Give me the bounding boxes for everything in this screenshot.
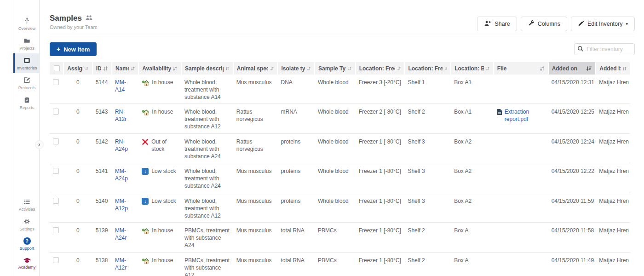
row-checkbox[interactable] — [53, 138, 59, 144]
column-header-added-by[interactable]: Added by — [596, 62, 630, 75]
clipboard-icon — [23, 96, 31, 104]
app-window: Overview Projects Inventories Protocols … — [0, 0, 644, 276]
item-name-link[interactable]: RN-A24p — [115, 138, 128, 152]
new-item-button[interactable]: + New item — [50, 42, 97, 56]
new-item-label: New item — [63, 46, 90, 53]
sidebar-item-label: Protocols — [18, 86, 36, 90]
file-cell-content: Extraction report.pdf — [497, 109, 545, 123]
sidebar-item-academy[interactable]: Academy — [13, 253, 39, 272]
edit-inventory-label: Edit Inventory — [587, 21, 622, 27]
sort-icon — [307, 66, 311, 71]
left-gutter — [0, 0, 13, 276]
cell-added-by: Matjaz Hren — [596, 133, 630, 163]
sidebar-item-projects[interactable]: Projects — [13, 34, 39, 53]
sort-icon — [622, 66, 627, 71]
item-name-link[interactable]: MM-A24p — [115, 168, 128, 182]
cell-assigned: 0 — [63, 75, 92, 104]
table-body: 0 5144 MM-A14 ↓ In house Whole — [50, 75, 630, 276]
sidebar-item-settings[interactable]: Settings — [13, 214, 39, 234]
file-cell — [494, 252, 548, 276]
cell-animal-species: Mus musculus — [233, 75, 278, 104]
sidebar-item-protocols[interactable]: Protocols — [13, 73, 39, 93]
low-stock-icon: ↓ — [142, 168, 149, 175]
cell-isolate-type: total RNA — [277, 252, 315, 276]
column-header-location-freezer[interactable]: Location: Freezer — [356, 62, 405, 75]
row-checkbox[interactable] — [53, 198, 59, 204]
sort-icon — [444, 66, 447, 71]
cell-freezer: Freezer 1 [-80°C] — [356, 133, 405, 163]
item-name-link[interactable]: MM-A24r — [115, 227, 126, 241]
cell-description: Whole blood, treatment with substance A1… — [181, 75, 233, 104]
column-header-availability[interactable]: Availability — [138, 62, 181, 75]
cell-id: 5142 — [92, 133, 112, 163]
item-name-link[interactable]: MM-A12r — [115, 257, 126, 271]
sidebar-item-label: Academy — [18, 265, 36, 270]
cell-animal-species: Mus musculus — [233, 223, 278, 252]
availability-badge: ↓ Low stock — [142, 198, 178, 205]
column-header-isolate-type[interactable]: Isolate type — [277, 62, 315, 75]
cell-added-on: 04/15/2020 12:25 — [548, 104, 596, 133]
sidebar-item-activities[interactable]: Activities — [13, 195, 39, 214]
availability-badge: ↓ In house — [142, 257, 178, 267]
cell-added-by: Matjaz Hren — [596, 193, 630, 222]
item-name-link[interactable]: MM-A14 — [115, 79, 126, 93]
sort-icon — [348, 66, 351, 71]
sort-icon — [270, 66, 274, 71]
cell-description: Whole blood, treatment with substance A1… — [181, 193, 233, 222]
sidebar-item-label: Activities — [19, 207, 35, 212]
row-checkbox[interactable] — [53, 257, 59, 263]
sidebar-item-inventories[interactable]: Inventories — [13, 53, 39, 73]
cell-shelf: Shelf 2 — [404, 223, 451, 252]
cell-added-by: Matjaz Hren — [596, 163, 630, 193]
cell-added-by: Matjaz Hren — [596, 75, 630, 104]
table-row: 0 5141 MM-A24p ↓ Low stock Who — [50, 163, 630, 193]
column-header-sample-types[interactable]: Sample Types — [315, 62, 356, 75]
column-header-location-freezer-shelf[interactable]: Location: Freezer shelf — [404, 62, 451, 75]
cell-freezer: Freezer 1 [-80°C] — [356, 163, 405, 193]
cell-sample-type: Whole blood — [315, 104, 356, 133]
sidebar-item-support[interactable]: ? Support — [13, 234, 39, 253]
row-checkbox[interactable] — [53, 109, 59, 115]
file-cell — [494, 133, 548, 163]
cell-description: PBMCs, treatment with substance A12 — [181, 252, 233, 276]
graduation-cap-icon — [23, 257, 31, 264]
file-cell — [494, 163, 548, 193]
file-link[interactable]: Extraction report.pdf — [505, 109, 545, 123]
row-checkbox[interactable] — [53, 168, 59, 174]
item-name-link[interactable]: RN-A12r — [115, 109, 126, 122]
column-header-assigned[interactable]: Assigned — [63, 62, 92, 75]
column-header-name[interactable]: Name — [112, 62, 138, 75]
share-button[interactable]: Share — [477, 17, 517, 31]
column-header-location-box[interactable]: Location: Box — [451, 62, 494, 75]
share-label: Share — [494, 21, 510, 27]
table-row: 0 5139 MM-A24r ↓ In house PBMC — [50, 223, 630, 252]
sidebar-item-label: Support — [20, 246, 34, 251]
item-name-link[interactable]: MM-A12p — [115, 198, 128, 212]
cell-sample-type: Whole blood — [315, 193, 356, 222]
column-header-id[interactable]: ID — [92, 62, 112, 75]
columns-button[interactable]: Columns — [521, 17, 567, 31]
sidebar-expand-chevron[interactable]: › — [35, 140, 44, 149]
low-stock-icon: ↓ — [142, 198, 149, 205]
main-content: Samples Owned by your Team Share — [40, 0, 644, 276]
columns-label: Columns — [538, 21, 560, 27]
row-checkbox[interactable] — [53, 227, 59, 233]
column-header-animal-species[interactable]: Animal species — [233, 62, 278, 75]
sidebar-item-reports[interactable]: Reports — [13, 93, 39, 113]
question-circle-icon: ? — [23, 237, 31, 245]
column-header-file[interactable]: File — [494, 62, 548, 75]
table-row: 0 5142 RN-A24p ↓ Out of stock — [50, 133, 630, 163]
column-header-added-on[interactable]: Added on — [548, 62, 596, 75]
cell-isolate-type: proteins — [277, 163, 315, 193]
sort-icon — [103, 66, 108, 71]
cell-isolate-type: proteins — [277, 193, 315, 222]
select-all-checkbox[interactable] — [54, 65, 60, 71]
cell-description: Whole blood, treatment with substance A2… — [181, 163, 233, 193]
cell-sample-type: Whole blood — [315, 133, 356, 163]
edit-inventory-button[interactable]: Edit Inventory ▾ — [571, 17, 635, 31]
cell-shelf: Shelf 3 — [404, 193, 451, 222]
sidebar-item-overview[interactable]: Overview — [13, 14, 39, 34]
row-checkbox[interactable] — [53, 79, 59, 85]
column-header-sample-description[interactable]: Sample description — [181, 62, 233, 75]
team-users-icon — [85, 14, 93, 23]
